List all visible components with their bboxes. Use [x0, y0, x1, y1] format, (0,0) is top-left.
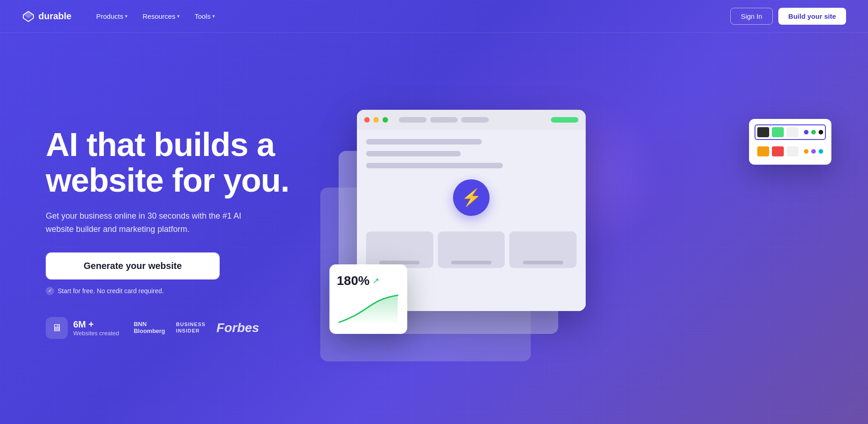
stat-websites: 🖥 6M + Websites created: [46, 317, 119, 339]
bnn-bloomberg-logo: BNNBloomberg: [134, 321, 165, 334]
palette-card: [749, 119, 831, 165]
card-1: [366, 231, 433, 268]
logo-link[interactable]: durable: [22, 10, 71, 23]
stats-card: 180% ↗: [329, 264, 407, 334]
stats-arrow-icon: ↗: [372, 276, 379, 286]
products-chevron-icon: ▾: [125, 13, 128, 19]
card-bar: [523, 261, 563, 264]
card-2: [438, 231, 505, 268]
signin-button[interactable]: Sign In: [730, 8, 773, 25]
hero-subtitle: Get your business online in 30 seconds w…: [46, 209, 256, 236]
page-wrapper: durable Products ▾ Resources ▾ Tools ▾ S…: [0, 0, 868, 424]
check-icon: ✓: [46, 287, 54, 295]
content-row-2: [366, 151, 577, 156]
ai-icon-area: ⚡: [366, 175, 577, 220]
tools-chevron-icon: ▾: [212, 13, 215, 19]
nav-resources[interactable]: Resources ▾: [136, 9, 186, 24]
action-pill: [551, 117, 578, 123]
swatch-dark: [757, 127, 769, 137]
palette-row-2: [755, 144, 826, 159]
close-dot: [364, 117, 370, 123]
durable-logo-icon: [22, 10, 35, 23]
build-site-button[interactable]: Build your site: [778, 8, 846, 25]
dot-cyan: [819, 149, 823, 154]
dot-amber: [804, 149, 809, 154]
nav-links: Products ▾ Resources ▾ Tools ▾: [90, 9, 730, 24]
generate-website-button[interactable]: Generate your website: [46, 252, 220, 279]
forbes-logo: Forbes: [216, 321, 259, 335]
nav-pill-2: [461, 117, 489, 123]
press-logos: BNNBloomberg BUSINESSINSIDER Forbes: [134, 321, 259, 335]
nav-tools[interactable]: Tools ▾: [188, 9, 221, 24]
navbar: durable Products ▾ Resources ▾ Tools ▾ S…: [0, 0, 868, 33]
card-bar: [379, 261, 420, 264]
swatch-light-2: [787, 146, 798, 156]
dot-dark: [819, 130, 823, 134]
monitor-icon: 🖥: [46, 317, 68, 339]
browser-controls: [399, 117, 489, 123]
maximize-dot: [383, 117, 388, 123]
hero-content: AI that builds a website for you. Get yo…: [46, 127, 302, 338]
free-note: ✓ Start for free. No credit card require…: [46, 287, 302, 295]
content-bar: [366, 163, 503, 168]
content-row-1: [366, 139, 577, 145]
resources-chevron-icon: ▾: [177, 13, 180, 19]
content-row-3: [366, 163, 577, 168]
logo-text: durable: [38, 11, 71, 21]
hero-title: AI that builds a website for you.: [46, 127, 302, 199]
content-cards: [366, 231, 577, 268]
stat-text: 6M + Websites created: [73, 319, 119, 337]
stats-chart: [337, 293, 400, 325]
swatch-amber: [757, 146, 769, 156]
hero-illustration: ⚡: [329, 96, 831, 370]
swatch-green: [772, 127, 784, 137]
dot-purple: [804, 130, 809, 134]
nav-actions: Sign In Build your site: [730, 8, 846, 25]
stats-value: 180%: [337, 274, 370, 288]
nav-products[interactable]: Products ▾: [90, 9, 134, 24]
social-proof: 🖥 6M + Websites created BNNBloomberg BUS…: [46, 317, 302, 339]
growth-chart-svg: [337, 293, 400, 325]
url-bar: [399, 117, 426, 123]
lightning-icon: ⚡: [453, 179, 490, 216]
dot-green: [811, 130, 816, 134]
swatch-light: [787, 127, 798, 137]
hero-section: AI that builds a website for you. Get yo…: [0, 33, 868, 424]
content-bar: [366, 139, 482, 145]
palette-row-1: [755, 124, 826, 140]
stats-header: 180% ↗: [337, 274, 400, 288]
browser-toolbar: [357, 110, 586, 130]
card-3: [509, 231, 577, 268]
dot-violet: [811, 149, 816, 154]
business-insider-logo: BUSINESSINSIDER: [176, 322, 205, 333]
minimize-dot: [373, 117, 379, 123]
nav-pill: [430, 117, 458, 123]
swatch-red: [772, 146, 784, 156]
card-bar: [451, 261, 491, 264]
content-bar: [366, 151, 461, 156]
